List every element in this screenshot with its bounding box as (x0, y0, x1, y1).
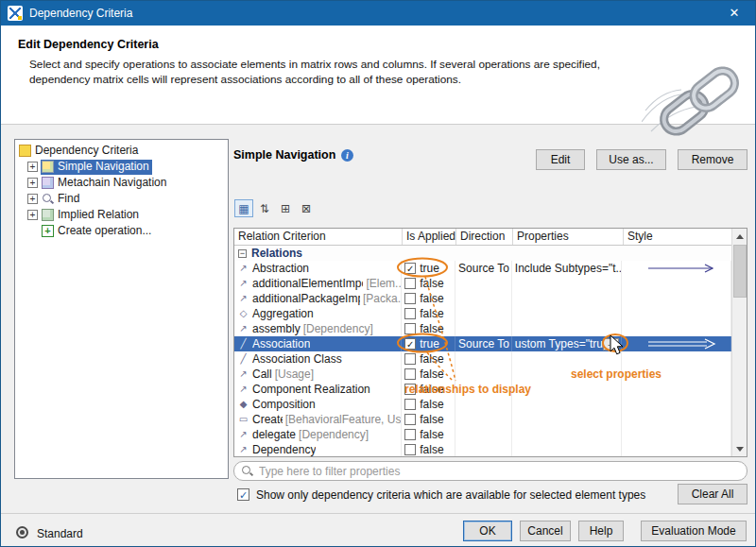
scroll-up-icon[interactable] (732, 229, 747, 244)
direction-cell (455, 397, 512, 412)
collapse-criteria-icon[interactable]: ⊠ (297, 200, 316, 218)
is-applied-checkbox[interactable] (404, 278, 416, 289)
relation-suffix: [Usage] (275, 367, 314, 382)
is-applied-checkbox[interactable] (404, 308, 416, 319)
tree-node[interactable]: Create operation... (41, 224, 154, 239)
is-applied-cell: false (402, 367, 455, 382)
relation-name: Call (252, 367, 272, 382)
relation-criterion-cell: ▭Create[BehavioralFeature, Usa... (234, 412, 402, 427)
table-row-aggregation[interactable]: ◇Aggregationfalse (234, 306, 731, 321)
relation-name: additionalPackageImport (252, 291, 360, 306)
is-applied-checkbox[interactable] (404, 293, 416, 304)
use-as-button[interactable]: Use as... (596, 149, 666, 170)
expand-icon[interactable]: + (27, 194, 38, 204)
is-applied-cell: false (402, 291, 455, 306)
table-row-create[interactable]: ▭Create[BehavioralFeature, Usa...false (234, 412, 731, 427)
is-applied-checkbox[interactable] (404, 444, 416, 455)
table-row-dependency[interactable]: ↗Dependencyfalse (234, 442, 731, 456)
chain-illustration (642, 52, 753, 143)
expand-icon[interactable]: + (27, 178, 38, 188)
group-label: Relations (251, 246, 302, 261)
table-row-association-class[interactable]: ╱Association Classfalse (234, 351, 731, 367)
tree-node[interactable]: Simple Navigation (41, 160, 152, 175)
direction-cell (455, 321, 512, 336)
is-applied-checkbox[interactable] (404, 414, 416, 425)
show-only-checkbox[interactable] (237, 488, 249, 501)
help-button[interactable]: Help (578, 521, 624, 541)
scrollbar-thumb[interactable] (733, 245, 747, 298)
is-applied-value: true (420, 336, 439, 351)
tree-node[interactable]: Find (41, 192, 82, 207)
is-applied-checkbox[interactable]: ✓ (404, 338, 416, 350)
table-row-additionalelementimport[interactable]: ↗additionalElementImport[Elem...false (234, 276, 731, 291)
direction-cell: Source To T... (455, 336, 512, 351)
table-row-composition[interactable]: ◆Compositionfalse (234, 397, 731, 412)
tree-item-simple-navigation[interactable]: +Simple Navigation (15, 159, 228, 175)
scroll-down-icon[interactable] (732, 441, 747, 456)
is-applied-checkbox[interactable] (404, 399, 416, 410)
find-icon (42, 193, 54, 205)
tree-node[interactable]: Metachain Navigation (41, 176, 169, 191)
relations-group-row[interactable]: −Relations (234, 246, 731, 261)
table-row-abstraction[interactable]: ↗Abstraction✓trueSource To T...Include S… (234, 261, 731, 276)
ok-button[interactable]: OK (463, 521, 512, 541)
tree-item-find[interactable]: +Find (15, 191, 228, 207)
column-header-is-applied[interactable]: Is Applied (403, 229, 456, 245)
is-applied-checkbox[interactable] (404, 429, 416, 440)
is-applied-value: false (420, 397, 443, 412)
is-applied-checkbox[interactable] (404, 323, 416, 334)
expand-criteria-icon[interactable]: ⊞ (276, 200, 295, 218)
relation-name: additionalElementImport (252, 276, 363, 291)
abstraction-icon: ↗ (237, 261, 249, 276)
relation-name: Component Realization (252, 382, 370, 397)
direction-cell (455, 412, 512, 427)
tree-item-implied-relation[interactable]: +Implied Relation (15, 207, 228, 223)
is-applied-checkbox[interactable] (404, 353, 416, 365)
criteria-grid-icon[interactable]: ▦ (234, 199, 253, 217)
column-header-direction[interactable]: Direction (456, 229, 513, 245)
table-row-delegate[interactable]: ↗delegate[Dependency]false (234, 427, 731, 442)
vertical-scrollbar[interactable] (731, 229, 747, 456)
close-icon[interactable] (713, 1, 755, 26)
edit-button[interactable]: Edit (536, 149, 585, 170)
tree-item-label: Simple Navigation (58, 159, 149, 175)
collapse-icon[interactable]: − (238, 249, 247, 258)
tree-item-metachain-navigation[interactable]: +Metachain Navigation (15, 175, 228, 191)
table-row-association[interactable]: ╱Association✓trueSource To T...ustom Typ… (234, 336, 731, 351)
cancel-button[interactable]: Cancel (520, 521, 571, 541)
properties-cell (512, 291, 623, 306)
status-label: Standard (37, 527, 83, 540)
direction-cell (455, 276, 512, 291)
sort-alpha-icon[interactable]: ⇅ (255, 200, 274, 218)
table-row-assembly[interactable]: ↗assembly[Dependency]false (234, 321, 731, 336)
column-header-relation-criterion[interactable]: Relation Criterion (234, 229, 403, 245)
tree-node[interactable]: Dependency Criteria (18, 144, 141, 159)
is-applied-checkbox[interactable] (404, 368, 416, 380)
direction-cell (455, 306, 512, 321)
table-body: −Relations↗Abstraction✓trueSource To T..… (234, 246, 731, 456)
relation-name: Aggregation (252, 306, 314, 321)
relation-suffix: [Elem... (366, 276, 401, 291)
filter-field[interactable] (233, 461, 747, 481)
info-icon[interactable] (341, 149, 353, 162)
is-applied-checkbox[interactable]: ✓ (404, 263, 416, 274)
tree-item-create-operation[interactable]: Create operation... (15, 223, 228, 239)
column-header-properties[interactable]: Properties (513, 229, 624, 245)
relation-criterion-cell: ↗assembly[Dependency] (234, 321, 402, 336)
tree-item-dependency-criteria[interactable]: Dependency Criteria (15, 143, 228, 159)
filter-input[interactable] (259, 465, 747, 478)
remove-button[interactable]: Remove (678, 149, 747, 170)
evaluation-mode-button[interactable]: Evaluation Mode (641, 521, 747, 541)
expand-icon[interactable]: + (27, 210, 38, 220)
tree-node[interactable]: Implied Relation (41, 208, 142, 223)
properties-ellipsis-button[interactable]: ... (603, 338, 619, 350)
column-header-style[interactable]: Style (624, 229, 733, 245)
table-row-additionalpackageimport[interactable]: ↗additionalPackageImport[Packa...false (234, 291, 731, 306)
clear-all-button[interactable]: Clear All (678, 484, 747, 504)
expand-icon[interactable]: + (27, 162, 38, 172)
style-cell (622, 382, 731, 397)
relation-name: Association (252, 336, 310, 351)
properties-cell (512, 442, 623, 456)
titlebar[interactable]: Dependency Criteria (1, 1, 755, 26)
properties-cell (512, 276, 623, 291)
